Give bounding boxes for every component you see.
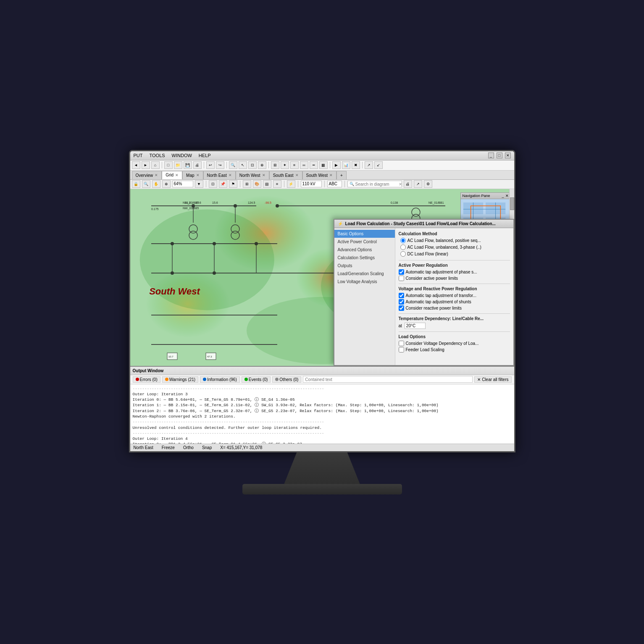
print-button[interactable]: 🖨 [193, 161, 202, 169]
filter-information[interactable]: Information (96) [200, 376, 240, 383]
zoom-select[interactable]: 64% [172, 181, 193, 187]
snap-button[interactable]: ✦ [281, 161, 289, 169]
menu-tools[interactable]: TOOLS [150, 153, 165, 158]
sidebar-calc-settings[interactable]: Calculation Settings [334, 254, 395, 262]
tab-northeast-close[interactable]: ✕ [229, 173, 232, 177]
cb-consider-active-limits[interactable]: Consider active power limits [399, 276, 510, 281]
tab-north-west[interactable]: North West ✕ [236, 171, 269, 179]
pin-btn[interactable]: 📌 [219, 180, 227, 188]
filter-events[interactable]: Events (0) [242, 376, 271, 383]
zoom-dropdown[interactable]: ▼ [195, 180, 203, 188]
search-btn[interactable]: 🔍 [142, 180, 150, 188]
sidebar-low-voltage[interactable]: Low Voltage Analysis [334, 278, 395, 286]
filter-text-input[interactable] [303, 376, 473, 383]
open-button[interactable]: 📁 [174, 161, 182, 169]
home-button[interactable]: ⌂ [151, 161, 160, 169]
radio-ac-unbalanced[interactable]: AC Load Flow, unbalanced, 3-phase (..) [400, 244, 510, 250]
bus-button[interactable]: ═ [300, 161, 308, 169]
tab-north-east[interactable]: North East ✕ [203, 171, 236, 179]
new-button[interactable]: □ [164, 161, 173, 169]
cb-voltage-dep-load[interactable]: Consider Voltage Dependency of Loa... [399, 341, 510, 346]
close-button[interactable]: ✕ [505, 152, 511, 158]
sep8 [240, 181, 240, 187]
layer-button[interactable]: ≡ [290, 161, 299, 169]
results-button[interactable]: 📊 [342, 161, 350, 169]
tab-new[interactable]: + [336, 171, 347, 179]
phase-select[interactable]: ABC [327, 181, 342, 187]
line-button[interactable]: ━ [310, 161, 318, 169]
tab-map-close[interactable]: ✕ [196, 173, 200, 177]
filter-errors[interactable]: Errors (0) [133, 376, 160, 383]
palette-btn[interactable]: 🎨 [253, 180, 261, 188]
calc-button[interactable]: ▶ [332, 161, 341, 169]
filter-warnings[interactable]: Warnings (21) [162, 376, 198, 383]
tab-overview[interactable]: Overview ✕ [132, 171, 162, 179]
fit-btn[interactable]: ⊡ [209, 180, 217, 188]
clear-button[interactable]: ✖ [352, 161, 360, 169]
export-diagram-btn[interactable]: ↗ [414, 180, 422, 188]
settings-btn[interactable]: ⚙ [424, 180, 432, 188]
flag-btn[interactable]: ⚑ [229, 180, 237, 188]
cb-reactive-limits[interactable]: Consider reactive power limits [399, 305, 510, 311]
zoom-btn[interactable]: ⊕ [162, 180, 171, 188]
clear-filters-button[interactable]: ✕ Clear all filters [474, 376, 511, 383]
diagram-button[interactable]: ▦ [319, 161, 328, 169]
calc-icon[interactable]: ⚡ [287, 180, 295, 188]
zoom-in-button[interactable]: ⊕ [258, 161, 266, 169]
print-preview-btn[interactable]: 🖨 [404, 180, 412, 188]
status-snap[interactable]: Snap [202, 445, 212, 450]
search-input[interactable] [355, 182, 397, 187]
scrollbar-thumb[interactable] [510, 197, 514, 210]
tab-grid[interactable]: Grid ✕ [162, 171, 182, 179]
menu-window[interactable]: WINDOW [172, 153, 192, 158]
tab-southwest-close[interactable]: ✕ [329, 173, 333, 177]
menu-put[interactable]: PUT [134, 153, 143, 158]
sidebar-active-power[interactable]: Active Power Control [334, 238, 395, 246]
undo-button[interactable]: ↩ [206, 161, 215, 169]
minimize-button[interactable]: _ [488, 152, 494, 158]
cb-auto-tap-transformer[interactable]: Automatic tap adjustment of transfor... [399, 293, 510, 298]
voltage-level-select[interactable]: 110 kV [301, 181, 322, 187]
diagram-area[interactable]: 124.5 -98.5 11.2 15.6 15.6 0.175 10.7 47… [130, 189, 514, 366]
cb-auto-tap-phase[interactable]: Automatic tap adjustment of phase s... [399, 269, 510, 275]
redo-button[interactable]: ↪ [216, 161, 224, 169]
temp-input[interactable] [405, 323, 426, 329]
back-button[interactable]: ◄ [132, 161, 140, 169]
export-button[interactable]: ↗ [365, 161, 373, 169]
import-button[interactable]: ↙ [374, 161, 383, 169]
cursor-button[interactable]: ↖ [239, 161, 247, 169]
nav-close-btn[interactable]: ✕ [505, 194, 509, 198]
filter-btn[interactable]: ▤ [263, 180, 271, 188]
tab-northwest-close[interactable]: ✕ [262, 173, 265, 177]
grid-button[interactable]: ⊞ [271, 161, 279, 169]
lock-icon[interactable]: 🔒 [132, 180, 140, 188]
maximize-button[interactable]: □ [497, 152, 502, 158]
cb-auto-tap-shunts[interactable]: Automatic tap adjustment of shunts [399, 299, 510, 305]
status-freeze[interactable]: Freeze [162, 445, 175, 450]
sidebar-outputs[interactable]: Outputs [334, 262, 395, 270]
tab-grid-close[interactable]: ✕ [175, 173, 179, 177]
sidebar-load-gen-scaling[interactable]: Load/Generation Scaling [334, 270, 395, 278]
sidebar-basic-options[interactable]: Basic Options [334, 230, 395, 238]
forward-button[interactable]: ► [142, 161, 150, 169]
status-ortho[interactable]: Ortho [183, 445, 194, 450]
filter-others[interactable]: Others (0) [272, 376, 301, 383]
search-box[interactable]: 🔍 ✕ [347, 181, 402, 187]
radio-dc-linear[interactable]: DC Load Flow (linear) [400, 251, 510, 257]
menu-help[interactable]: HELP [199, 153, 211, 158]
cb-feeder-load-scaling[interactable]: Feeder Load Scaling [399, 347, 510, 352]
bus-icon[interactable]: ≡ [273, 180, 281, 188]
radio-ac-balanced[interactable]: AC Load Flow, balanced, positive seq... [400, 238, 510, 243]
nav-minimize-btn[interactable]: _ [502, 194, 504, 198]
tab-southeast-close[interactable]: ✕ [295, 173, 299, 177]
tab-overview-close[interactable]: ✕ [155, 173, 158, 177]
search-icon-toolbar[interactable]: 🔍 [229, 161, 237, 169]
hand-btn[interactable]: ✋ [152, 180, 160, 188]
select-button[interactable]: ⊡ [248, 161, 257, 169]
tab-south-east[interactable]: South East ✕ [269, 171, 302, 179]
sidebar-advanced-options[interactable]: Advanced Options [334, 246, 395, 254]
save-button[interactable]: 💾 [184, 161, 192, 169]
layers-btn[interactable]: ⊞ [243, 180, 251, 188]
tab-south-west[interactable]: South West ✕ [302, 171, 337, 179]
tab-map[interactable]: Map ✕ [182, 171, 203, 179]
